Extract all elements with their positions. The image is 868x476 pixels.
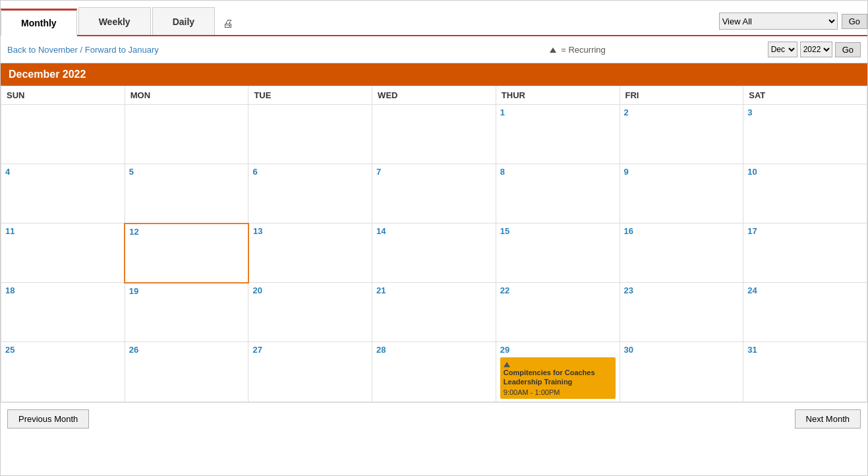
event-recurring-icon [504,362,510,367]
table-row: 19 [125,283,248,342]
day-number-link[interactable]: 2 [624,107,629,117]
table-row: 4 [1,164,125,223]
table-row: 13 [248,223,372,283]
day-number-link[interactable]: 22 [500,285,509,295]
month-select[interactable]: JanFebMarApr MayJunJulAug SepOctNovDec [768,42,797,57]
table-row: 15 [496,223,620,283]
print-button[interactable]: 🖨 [223,18,233,35]
event-title: Compitencies for Coaches Leadership Trai… [504,368,612,387]
table-row [372,105,496,164]
table-row: 22 [496,283,620,342]
table-row: 9 [620,164,743,223]
back-forward-nav: Back to November / Forward to January [7,45,388,55]
table-row: 6 [248,164,372,223]
weekday-header-row: SUN MON TUE WED THUR FRI SAT [1,86,867,105]
calendar-week-row: 45678910 [1,164,867,223]
tabs-bar: Monthly Weekly Daily 🖨 View All My Event… [1,1,867,36]
day-number-link[interactable]: 27 [252,345,262,355]
table-row: 30 [620,342,743,402]
day-number-link[interactable]: 23 [624,285,633,295]
recurring-legend: = Recurring [388,45,768,55]
table-row: 28 [372,342,496,402]
day-number-link[interactable]: 26 [129,345,138,355]
table-row [248,105,372,164]
prev-month-button[interactable]: Previous Month [7,409,89,429]
calendar-week-row: 123 [1,105,867,164]
day-number-link[interactable]: 29 [500,345,509,355]
back-forward-link[interactable]: Back to November / Forward to January [7,45,159,55]
print-icon: 🖨 [223,18,233,30]
event-block[interactable]: Compitencies for Coaches Leadership Trai… [500,357,616,399]
date-nav-controls: JanFebMarApr MayJunJulAug SepOctNovDec 2… [768,42,861,57]
day-number-link[interactable]: 24 [747,285,757,295]
day-number-link[interactable]: 10 [747,167,757,177]
day-number-link[interactable]: 18 [5,285,14,295]
tab-weekly[interactable]: Weekly [78,7,151,35]
day-number-link[interactable]: 16 [624,226,633,236]
view-all-select[interactable]: View All My Events Public Events [719,13,838,30]
table-row: 24 [743,283,867,342]
weekday-fri: FRI [620,86,743,105]
recurring-flag-icon [550,47,556,53]
view-go-button[interactable]: Go [842,14,867,29]
day-number-link[interactable]: 15 [500,226,509,236]
table-row: 1 [496,105,620,164]
table-row: 11 [1,223,125,283]
day-number-link[interactable]: 14 [376,226,386,236]
day-number-link[interactable]: 7 [376,167,381,177]
calendar-container: Monthly Weekly Daily 🖨 View All My Event… [0,0,868,476]
table-row: 31 [743,342,867,402]
date-go-button[interactable]: Go [835,42,861,57]
day-number-link[interactable]: 4 [5,167,10,177]
table-row: 14 [372,223,496,283]
table-row: 16 [620,223,743,283]
day-number-link[interactable]: 3 [747,107,752,117]
table-row: 3 [743,105,867,164]
tab-monthly[interactable]: Monthly [1,9,77,36]
day-number-link[interactable]: 12 [129,227,138,237]
table-row: 10 [743,164,867,223]
table-row: 27 [248,342,372,402]
next-month-button[interactable]: Next Month [795,409,861,429]
weekday-thur: THUR [496,86,620,105]
day-number-link[interactable]: 30 [624,345,633,355]
tab-daily[interactable]: Daily [152,7,215,35]
table-row: 2 [620,105,743,164]
day-number-link[interactable]: 25 [5,345,14,355]
day-number-link[interactable]: 1 [500,107,505,117]
day-number-link[interactable]: 19 [129,286,138,296]
calendar-week-row: 11121314151617 [1,223,867,283]
day-number-link[interactable]: 31 [747,345,757,355]
day-number-link[interactable]: 21 [376,285,386,295]
weekday-wed: WED [372,86,496,105]
calendar-week-row: 2526272829Compitencies for Coaches Leade… [1,342,867,402]
day-number-link[interactable]: 9 [624,167,629,177]
weekday-sat: SAT [743,86,867,105]
day-number-link[interactable]: 28 [376,345,386,355]
day-number-link[interactable]: 20 [252,285,262,295]
day-number-link[interactable]: 17 [747,226,757,236]
day-number-link[interactable]: 6 [252,167,257,177]
month-header: December 2022 [1,63,867,86]
day-number-link[interactable]: 8 [500,167,505,177]
table-row: 7 [372,164,496,223]
footer-bar: Previous Month Next Month [1,402,867,435]
table-row: 18 [1,283,125,342]
weekday-sun: SUN [1,86,125,105]
table-row: 17 [743,223,867,283]
day-number-link[interactable]: 5 [129,167,134,177]
table-row: 29Compitencies for Coaches Leadership Tr… [496,342,620,402]
table-row: 26 [125,342,248,402]
table-row: 20 [248,283,372,342]
table-row: 12 [125,223,248,283]
table-row [1,105,125,164]
day-number-link[interactable]: 11 [5,226,14,236]
day-number-link[interactable]: 13 [253,226,262,236]
table-row [125,105,248,164]
table-row: 5 [125,164,248,223]
table-row: 8 [496,164,620,223]
table-row: 23 [620,283,743,342]
year-select[interactable]: 20202021202220232024 [800,42,832,57]
recurring-legend-text: = Recurring [561,45,606,55]
tabs-right: View All My Events Public Events Go [719,13,867,35]
